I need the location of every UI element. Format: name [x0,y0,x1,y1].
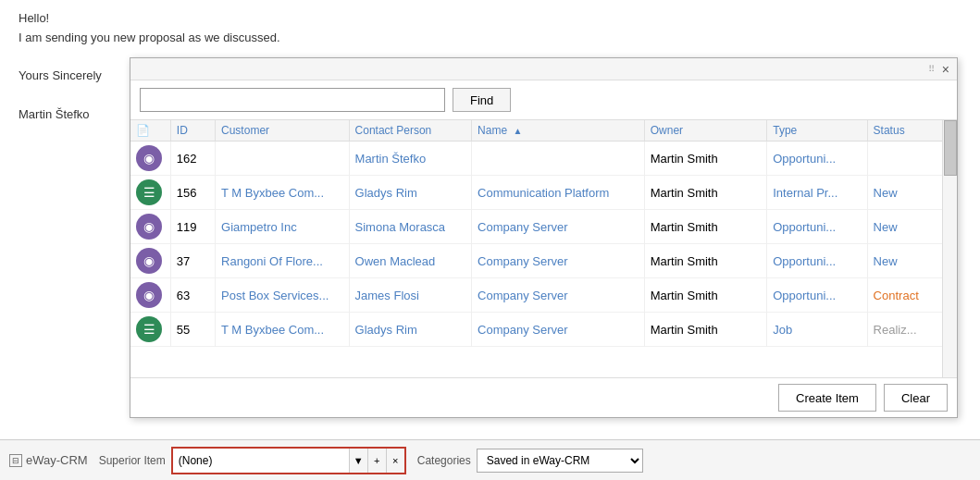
cell-id: 55 [170,313,215,347]
scrollbar-track[interactable] [942,120,957,377]
cell-type: Job [767,313,867,347]
table-row[interactable]: ◉ 37 Rangoni Of Flore... Owen Maclead Co… [130,244,957,278]
col-header-owner[interactable]: Owner [644,120,766,142]
customer-link[interactable]: Giampetro Inc [221,220,297,234]
col-header-customer[interactable]: Customer [216,120,350,142]
col-header-name[interactable]: Name ▲ [472,120,645,142]
find-button[interactable]: Find [453,88,511,112]
customer-link[interactable]: T M Byxbee Com... [221,186,324,200]
search-input[interactable] [140,88,445,112]
eWay-crm-label: eWay-CRM [26,453,88,467]
superior-item-field-wrapper: ▼ + × [171,447,406,474]
cell-icon: ◉ [130,210,170,244]
customer-link[interactable]: Rangoni Of Flore... [221,254,323,268]
contact-link[interactable]: Owen Maclead [355,254,436,268]
cell-contact: Simona Morasca [349,210,471,244]
document-icon: ☰ [136,179,162,205]
categories-label: Categories [417,454,471,467]
email-line-2: I am sending you new proposal as we disc… [19,29,961,48]
create-item-button[interactable]: Create Item [778,384,876,412]
type-link[interactable]: Opportuni... [773,289,836,302]
camera-icon: ◉ [136,248,162,274]
contact-link[interactable]: James Flosi [355,289,419,302]
clear-button[interactable]: Clear [884,384,948,412]
cell-icon: ☰ [130,313,170,347]
cell-type: Opportuni... [767,142,867,176]
type-link[interactable]: Opportuni... [773,254,836,268]
cell-customer: T M Byxbee Com... [216,176,350,210]
cell-customer: Post Box Services... [216,278,350,313]
cell-type: Opportuni... [767,244,867,278]
cell-owner: Martin Smith [644,313,766,347]
superior-item-add-btn[interactable]: + [367,449,386,473]
cell-owner: Martin Smith [644,244,766,278]
col-header-icon: 📄 [130,120,170,142]
cell-name: Company Server [472,210,645,244]
camera-icon: ◉ [136,214,162,240]
categories-group: Categories Saved in eWay-CRM All Categor… [417,449,643,473]
cell-name: Company Server [472,278,645,313]
superior-item-label: Superior Item [99,454,166,467]
cell-contact: James Flosi [349,278,471,313]
cell-owner: Martin Smith [644,278,766,313]
col-header-id[interactable]: ID [170,120,215,142]
name-link[interactable]: Company Server [478,323,568,337]
cell-id: 156 [170,176,215,210]
resize-icon: ⠿ [928,64,935,74]
modal-titlebar: ⠿ × [130,58,957,80]
superior-item-clear-btn[interactable]: × [386,449,404,473]
name-link[interactable]: Company Server [478,289,568,302]
superior-item-input[interactable] [173,449,349,473]
document-icon: ☰ [136,316,162,342]
contact-link[interactable]: Simona Morasca [355,220,446,234]
superior-item-group: Superior Item ▼ + × [99,447,406,474]
name-link[interactable]: Communication Platform [478,186,609,200]
cell-customer [216,142,350,176]
results-table-wrapper: 📄 ID Customer Contact Person Name ▲ Owne… [130,120,957,377]
camera-icon: ◉ [136,282,162,308]
cell-customer: T M Byxbee Com... [216,313,350,347]
cell-owner: Martin Smith [644,142,766,176]
cell-owner: Martin Smith [644,176,766,210]
contact-link[interactable]: Gladys Rim [355,186,417,200]
type-link[interactable]: Job [773,323,792,337]
name-link[interactable]: Company Server [478,220,568,234]
modal-search-bar: Find [130,80,957,120]
email-line-1: Hello! [19,9,961,29]
results-table: 📄 ID Customer Contact Person Name ▲ Owne… [130,120,957,347]
table-row[interactable]: ◉ 63 Post Box Services... James Flosi Co… [130,278,957,313]
contact-link[interactable]: Martin Štefko [355,152,427,166]
cell-contact: Owen Maclead [349,244,471,278]
cell-type: Opportuni... [767,210,867,244]
cell-owner: Martin Smith [644,210,766,244]
superior-item-dropdown-btn[interactable]: ▼ [349,449,367,473]
table-row[interactable]: ◉ 119 Giampetro Inc Simona Morasca Compa… [130,210,957,244]
cell-type: Internal Pr... [767,176,867,210]
customer-link[interactable]: Post Box Services... [221,289,329,302]
contact-link[interactable]: Gladys Rim [355,323,417,337]
customer-link[interactable]: T M Byxbee Com... [221,323,324,337]
cell-customer: Rangoni Of Flore... [216,244,350,278]
cell-name: Company Server [472,244,645,278]
bottom-form-bar: ⊟ eWay-CRM Superior Item ▼ + × Categorie… [0,439,980,480]
cell-id: 162 [170,142,215,176]
cell-contact: Martin Štefko [349,142,471,176]
modal-close-button[interactable]: × [940,63,951,76]
cell-type: Opportuni... [767,278,867,313]
table-row[interactable]: ☰ 55 T M Byxbee Com... Gladys Rim Compan… [130,313,957,347]
cell-name [472,142,645,176]
cell-id: 119 [170,210,215,244]
cell-icon: ◉ [130,244,170,278]
type-link[interactable]: Opportuni... [773,220,836,234]
col-header-contact[interactable]: Contact Person [349,120,471,142]
name-link[interactable]: Company Server [478,254,568,268]
table-row[interactable]: ☰ 156 T M Byxbee Com... Gladys Rim Commu… [130,176,957,210]
scrollbar-thumb[interactable] [944,120,957,176]
categories-select[interactable]: Saved in eWay-CRM All Categories [477,449,643,473]
modal-footer: Create Item Clear [130,377,957,417]
type-link[interactable]: Opportuni... [773,152,836,166]
table-row[interactable]: ◉ 162 Martin Štefko Martin Smith Opportu… [130,142,957,176]
cell-contact: Gladys Rim [349,313,471,347]
type-link[interactable]: Internal Pr... [773,186,837,200]
col-header-type[interactable]: Type [767,120,867,142]
